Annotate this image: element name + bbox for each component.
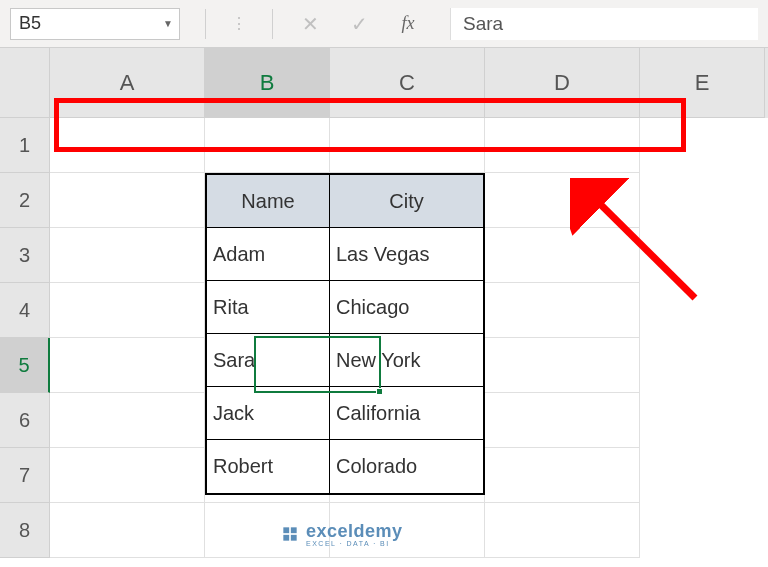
name-box-value: B5 — [19, 13, 41, 34]
column-header-a[interactable]: A — [50, 48, 205, 118]
name-box[interactable]: B5 ▼ — [10, 8, 180, 40]
row-header-6[interactable]: 6 — [0, 393, 50, 448]
fx-icon[interactable]: fx — [396, 12, 420, 36]
table-header-city[interactable]: City — [330, 175, 483, 228]
svg-line-0 — [592, 196, 695, 298]
table-cell[interactable]: Adam — [207, 228, 330, 281]
row-header-7[interactable]: 7 — [0, 448, 50, 503]
row-header-4[interactable]: 4 — [0, 283, 50, 338]
table-cell[interactable]: Jack — [207, 387, 330, 440]
arrow-annotation — [570, 178, 710, 322]
row-header-8[interactable]: 8 — [0, 503, 50, 558]
watermark-sub: EXCEL · DATA · BI — [306, 540, 403, 547]
divider — [205, 9, 206, 39]
row-header-1[interactable]: 1 — [0, 118, 50, 173]
data-table: Name City Adam Las Vegas Rita Chicago Sa… — [205, 173, 485, 495]
table-cell[interactable]: Sara — [207, 334, 330, 387]
table-cell[interactable]: New York — [330, 334, 483, 387]
column-header-e[interactable]: E — [640, 48, 765, 118]
table-cell[interactable]: Colorado — [330, 440, 483, 493]
watermark: exceldemy EXCEL · DATA · BI — [280, 521, 403, 547]
divider — [272, 9, 273, 39]
logo-icon — [280, 524, 300, 544]
column-headers: A B C D E — [50, 48, 768, 118]
table-cell[interactable]: California — [330, 387, 483, 440]
select-all-corner[interactable] — [0, 48, 50, 118]
row-header-2[interactable]: 2 — [0, 173, 50, 228]
column-header-c[interactable]: C — [330, 48, 485, 118]
enter-icon[interactable]: ✓ — [347, 12, 371, 36]
svg-rect-1 — [283, 527, 289, 533]
svg-rect-3 — [283, 535, 289, 541]
column-header-d[interactable]: D — [485, 48, 640, 118]
dropdown-icon[interactable]: ▼ — [163, 18, 173, 29]
formula-input[interactable]: Sara — [450, 8, 758, 40]
sheet-area: A B C D E 1 2 3 4 5 6 7 8 — [0, 48, 768, 558]
table-cell[interactable]: Robert — [207, 440, 330, 493]
svg-rect-2 — [291, 527, 297, 533]
table-header-name[interactable]: Name — [207, 175, 330, 228]
formula-bar: B5 ▼ ⋮ ✕ ✓ fx Sara — [0, 0, 768, 48]
table-cell[interactable]: Rita — [207, 281, 330, 334]
table-cell[interactable]: Chicago — [330, 281, 483, 334]
formula-buttons: ⋮ ✕ ✓ fx — [216, 9, 435, 39]
formula-value: Sara — [463, 13, 503, 35]
table-cell[interactable]: Las Vegas — [330, 228, 483, 281]
vertical-dots-icon[interactable]: ⋮ — [231, 14, 247, 33]
cancel-icon[interactable]: ✕ — [298, 12, 322, 36]
row-headers: 1 2 3 4 5 6 7 8 — [0, 118, 50, 558]
svg-rect-4 — [291, 535, 297, 541]
row-header-3[interactable]: 3 — [0, 228, 50, 283]
row-header-5[interactable]: 5 — [0, 338, 50, 393]
column-header-b[interactable]: B — [205, 48, 330, 118]
watermark-text: exceldemy — [306, 521, 403, 542]
